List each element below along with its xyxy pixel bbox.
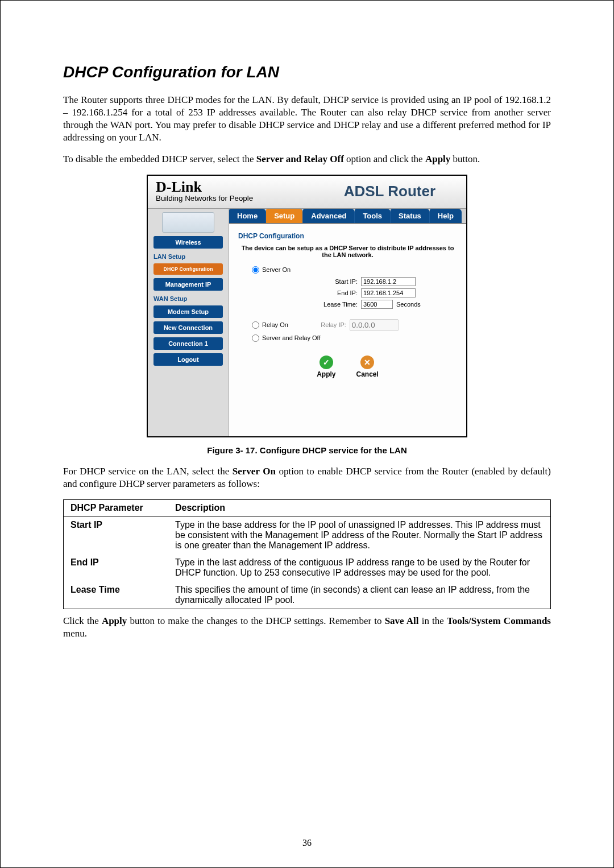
param-desc: Type in the last address of the contiguo… xyxy=(168,554,551,581)
text: button to make the changes to the DHCP s… xyxy=(127,615,384,626)
apply-button[interactable]: ✓ Apply xyxy=(317,356,335,378)
radio-off-row: Server and Relay Off xyxy=(238,334,457,342)
radio-label: Server and Relay Off xyxy=(262,334,321,341)
sidebar-item-management-ip[interactable]: Management IP xyxy=(154,278,223,291)
sidebar-item-logout[interactable]: Logout xyxy=(154,353,223,366)
tab-status[interactable]: Status xyxy=(391,209,430,223)
device-thumbnail xyxy=(162,212,214,233)
radio-server-relay-off[interactable] xyxy=(252,334,259,342)
paragraph-4: Click the Apply button to make the chang… xyxy=(63,615,551,640)
brand-subtitle: Building Networks for People xyxy=(156,194,253,202)
param-desc: Type in the base address for the IP pool… xyxy=(168,516,551,555)
text: For DHCP service on the LAN, select the xyxy=(63,466,233,477)
radio-label: Relay On xyxy=(262,321,288,328)
brand-logo: D-Link Building Networks for People xyxy=(156,180,253,202)
figure-screenshot: D-Link Building Networks for People ADSL… xyxy=(147,175,467,437)
tab-help[interactable]: Help xyxy=(430,209,462,223)
paragraph-3: For DHCP service on the LAN, select the … xyxy=(63,465,551,490)
text: Apply xyxy=(102,615,127,626)
text: To disable the embedded DHCP server, sel… xyxy=(63,154,256,164)
sidebar: Wireless LAN Setup DHCP Configuration Ma… xyxy=(148,209,229,436)
radio-server-on-row: Server On xyxy=(238,266,457,274)
param-name: Lease Time xyxy=(64,581,169,609)
radio-label: Server On xyxy=(262,266,291,273)
text: menu. xyxy=(63,628,87,639)
table-row: Lease Time This specifies the amount of … xyxy=(64,581,551,609)
check-icon: ✓ xyxy=(320,356,333,369)
table-row: Start IP Type in the base address for th… xyxy=(64,516,551,555)
param-desc: This specifies the amount of time (in se… xyxy=(168,581,551,609)
cancel-button[interactable]: ✕ Cancel xyxy=(356,356,378,378)
sidebar-item-connection-1[interactable]: Connection 1 xyxy=(154,337,223,350)
intro-paragraph-1: The Router supports three DHCP modes for… xyxy=(63,94,551,144)
dhcp-parameter-table: DHCP Parameter Description Start IP Type… xyxy=(63,499,551,609)
intro-paragraph-2: To disable the embedded DHCP server, sel… xyxy=(63,153,551,166)
content-area: Home Setup Advanced Tools Status Help DH… xyxy=(229,209,466,436)
text: Save All xyxy=(385,615,419,626)
text: option and click the xyxy=(344,154,425,164)
sidebar-item-wireless[interactable]: Wireless xyxy=(154,236,223,249)
figure-caption: Figure 3- 17. Configure DHCP service for… xyxy=(63,445,551,455)
radio-relay-on-row: Relay On Relay IP: xyxy=(238,319,457,331)
end-ip-label: End IP: xyxy=(318,290,358,296)
lease-time-input[interactable] xyxy=(361,300,393,309)
sidebar-item-modem-setup[interactable]: Modem Setup xyxy=(154,305,223,318)
cancel-label: Cancel xyxy=(356,370,378,378)
radio-server-on[interactable] xyxy=(252,266,259,274)
top-nav-tabs: Home Setup Advanced Tools Status Help xyxy=(229,209,466,224)
tab-tools[interactable]: Tools xyxy=(355,209,391,223)
tab-home[interactable]: Home xyxy=(229,209,266,223)
end-ip-input[interactable] xyxy=(361,288,416,297)
brand-text: D-Link xyxy=(156,180,253,193)
text: Server and Relay Off xyxy=(256,154,344,164)
sidebar-section-lan: LAN Setup xyxy=(154,253,223,260)
text: Click the xyxy=(63,615,102,626)
x-icon: ✕ xyxy=(360,356,374,369)
relay-ip-input[interactable] xyxy=(350,319,399,331)
param-name: End IP xyxy=(64,554,169,581)
text: in the xyxy=(419,615,447,626)
param-name: Start IP xyxy=(64,516,169,555)
th-description: Description xyxy=(168,500,551,516)
text: button. xyxy=(450,154,480,164)
router-title: ADSL Router xyxy=(344,183,458,200)
table-header-row: DHCP Parameter Description xyxy=(64,500,551,516)
page-number: 36 xyxy=(1,838,613,848)
sidebar-item-new-connection[interactable]: New Connection xyxy=(154,321,223,334)
lease-time-label: Lease Time: xyxy=(318,301,358,308)
form-description: The device can be setup as a DHCP Server… xyxy=(238,245,457,258)
form-title: DHCP Configuration xyxy=(238,232,457,240)
relay-ip-label: Relay IP: xyxy=(314,321,346,328)
page-title: DHCP Configuration for LAN xyxy=(63,63,551,81)
sidebar-item-dhcp-config[interactable]: DHCP Configuration xyxy=(154,263,223,275)
apply-label: Apply xyxy=(317,370,335,378)
start-ip-input[interactable] xyxy=(361,277,416,286)
start-ip-label: Start IP: xyxy=(318,278,358,285)
table-row: End IP Type in the last address of the c… xyxy=(64,554,551,581)
text: Apply xyxy=(425,154,450,164)
tab-setup[interactable]: Setup xyxy=(266,209,303,223)
th-parameter: DHCP Parameter xyxy=(64,500,169,516)
tab-advanced[interactable]: Advanced xyxy=(303,209,355,223)
sidebar-section-wan: WAN Setup xyxy=(154,295,223,302)
radio-relay-on[interactable] xyxy=(252,321,259,329)
lease-time-unit: Seconds xyxy=(396,301,421,308)
text: Tools/System Commands xyxy=(447,615,551,626)
figure-header: D-Link Building Networks for People ADSL… xyxy=(148,176,466,208)
text: Server On xyxy=(233,466,276,477)
